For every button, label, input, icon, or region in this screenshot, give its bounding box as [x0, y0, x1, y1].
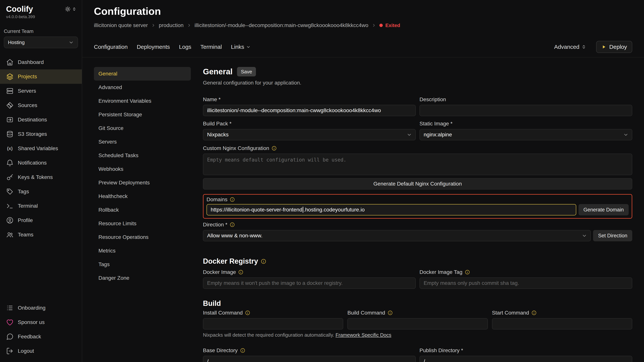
- play-icon: [602, 44, 606, 49]
- chevron-down-icon: [246, 45, 251, 49]
- info-icon: [245, 310, 250, 316]
- domains-input[interactable]: https://illicitonion-quote-server-fronte…: [206, 204, 576, 215]
- save-button[interactable]: Save: [237, 67, 256, 76]
- heart-icon: [6, 319, 14, 326]
- generate-domain-button[interactable]: Generate Domain: [578, 204, 629, 215]
- custom-nginx-label: Custom Nginx Configuration: [203, 145, 632, 151]
- configuration-page: General Advanced Environment Variables P…: [82, 57, 644, 362]
- direction-label: Direction *: [203, 222, 632, 228]
- sidebar-item-dashboard[interactable]: Dashboard: [0, 55, 82, 69]
- name-input[interactable]: [203, 105, 416, 116]
- static-image-select[interactable]: nginx:alpine: [420, 129, 632, 140]
- sidebar-item-terminal[interactable]: Terminal: [0, 199, 82, 213]
- start-command-field: Start Command: [492, 310, 632, 330]
- subnav-metrics[interactable]: Metrics: [94, 244, 191, 258]
- advanced-menu[interactable]: Advanced: [554, 44, 586, 50]
- current-team-label: Current Team: [0, 19, 82, 36]
- subnav-scheduled-tasks[interactable]: Scheduled Tasks: [94, 149, 191, 162]
- theme-switcher[interactable]: [65, 6, 76, 12]
- sidebar-item-sponsor[interactable]: Sponsor us: [0, 315, 82, 330]
- breadcrumb-application[interactable]: illicitestonion/-module--decomposition:m…: [194, 22, 368, 28]
- text-caret: [303, 207, 303, 213]
- sidebar-item-feedback[interactable]: Feedback: [0, 330, 82, 344]
- base-directory-input[interactable]: [203, 356, 416, 362]
- tab-deployments[interactable]: Deployments: [137, 44, 170, 50]
- subnav-persistent-storage[interactable]: Persistent Storage: [94, 108, 191, 121]
- logout-icon: [6, 347, 14, 355]
- build-command-label: Build Command: [347, 310, 488, 316]
- framework-docs-link[interactable]: Framework Specific Docs: [336, 332, 391, 338]
- set-direction-button[interactable]: Set Direction: [593, 230, 632, 241]
- sidebar-item-notifications[interactable]: Notifications: [0, 156, 82, 170]
- sidebar-item-s3-storages[interactable]: S3 Storages: [0, 127, 82, 141]
- database-icon: [6, 130, 14, 138]
- start-command-input[interactable]: [492, 318, 632, 330]
- user-icon: [6, 217, 14, 224]
- subnav-healthcheck[interactable]: Healthcheck: [94, 190, 191, 203]
- breadcrumb-environment[interactable]: production: [159, 22, 184, 28]
- build-pack-select[interactable]: Nixpacks: [203, 129, 416, 140]
- deploy-button[interactable]: Deploy: [596, 41, 632, 53]
- static-image-label: Static Image *: [420, 121, 632, 127]
- status-label: Exited: [386, 22, 400, 28]
- build-pack-field: Build Pack * Nixpacks: [203, 121, 416, 140]
- subnav-resource-limits[interactable]: Resource Limits: [94, 217, 191, 230]
- domains-section: Domains https://illicitonion-quote-serve…: [203, 194, 632, 219]
- sidebar-item-projects[interactable]: Projects: [0, 69, 82, 84]
- docker-image-tag-input[interactable]: [420, 278, 632, 289]
- sidebar-item-destinations[interactable]: Destinations: [0, 112, 82, 127]
- build-command-input[interactable]: [347, 318, 488, 330]
- chevron-right-icon: [151, 23, 156, 27]
- home-icon: [6, 58, 14, 66]
- generate-nginx-config-button[interactable]: Generate Default Nginx Configuration: [203, 178, 632, 190]
- sidebar-item-keys-tokens[interactable]: Keys & Tokens: [0, 170, 82, 184]
- docker-image-input[interactable]: [203, 278, 416, 289]
- destination-icon: [6, 116, 14, 123]
- general-heading: General: [203, 67, 232, 76]
- subnav-danger-zone[interactable]: Danger Zone: [94, 271, 191, 285]
- breadcrumb-project[interactable]: illicitonion quote server: [94, 22, 148, 28]
- subnav-rollback[interactable]: Rollback: [94, 203, 191, 217]
- general-section: General Save General configuration for y…: [203, 67, 632, 362]
- docker-image-label: Docker Image: [203, 269, 416, 275]
- chat-icon: [6, 333, 14, 341]
- install-command-field: Install Command: [203, 310, 343, 330]
- subnav-advanced[interactable]: Advanced: [94, 81, 191, 94]
- subnav-preview-deployments[interactable]: Preview Deployments: [94, 176, 191, 190]
- team-select-value: Hosting: [8, 39, 24, 45]
- tab-links[interactable]: Links: [231, 44, 251, 50]
- subnav-resource-operations[interactable]: Resource Operations: [94, 230, 191, 244]
- publish-directory-input[interactable]: [420, 356, 632, 362]
- subnav-servers[interactable]: Servers: [94, 135, 191, 149]
- sidebar-item-onboarding[interactable]: Onboarding: [0, 301, 82, 315]
- start-command-label: Start Command: [492, 310, 632, 316]
- sidebar-item-shared-variables[interactable]: (x) Shared Variables: [0, 141, 82, 156]
- sidebar-item-teams[interactable]: Teams: [0, 228, 82, 242]
- subnav-git-source[interactable]: Git Source: [94, 121, 191, 135]
- chevron-updown-icon: [581, 44, 586, 49]
- team-select[interactable]: Hosting: [4, 36, 78, 48]
- tab-terminal[interactable]: Terminal: [200, 44, 222, 50]
- sidebar-item-profile[interactable]: Profile: [0, 213, 82, 228]
- subnav-general[interactable]: General: [94, 67, 191, 81]
- sidebar-item-servers[interactable]: Servers: [0, 84, 82, 98]
- subnav-webhooks[interactable]: Webhooks: [94, 162, 191, 176]
- tab-actions: Advanced Deploy: [554, 41, 632, 53]
- subnav-environment-variables[interactable]: Environment Variables: [94, 94, 191, 108]
- subnav-tags[interactable]: Tags: [94, 258, 191, 271]
- tab-configuration[interactable]: Configuration: [94, 44, 128, 50]
- tab-logs[interactable]: Logs: [179, 44, 192, 50]
- description-input[interactable]: [420, 105, 632, 116]
- install-command-input[interactable]: [203, 318, 343, 330]
- custom-nginx-config-textarea[interactable]: [203, 154, 632, 175]
- static-image-field: Static Image * nginx:alpine: [420, 121, 632, 140]
- sidebar-item-tags[interactable]: Tags: [0, 184, 82, 199]
- sidebar-item-sources[interactable]: Sources: [0, 98, 82, 112]
- docker-image-field: Docker Image: [203, 269, 416, 289]
- sidebar-item-logout[interactable]: Logout: [0, 344, 82, 358]
- page-title: Configuration: [94, 5, 632, 17]
- variable-icon: (x): [6, 145, 14, 152]
- docker-registry-heading: Docker Registry: [203, 257, 632, 265]
- direction-select[interactable]: Allow www & non-www.: [203, 230, 591, 241]
- info-icon: [531, 310, 537, 316]
